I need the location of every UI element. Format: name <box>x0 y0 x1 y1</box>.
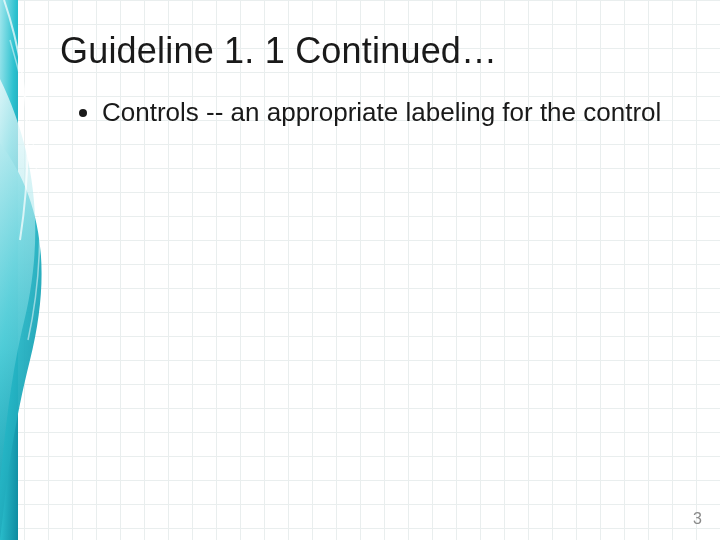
slide-content: Guideline 1. 1 Continued… Controls -- an… <box>60 20 690 520</box>
bullet-list: Controls -- an appropriate labeling for … <box>60 96 690 129</box>
page-number: 3 <box>693 510 702 528</box>
bullet-item: Controls -- an appropriate labeling for … <box>102 96 662 129</box>
slide-title: Guideline 1. 1 Continued… <box>60 30 690 72</box>
